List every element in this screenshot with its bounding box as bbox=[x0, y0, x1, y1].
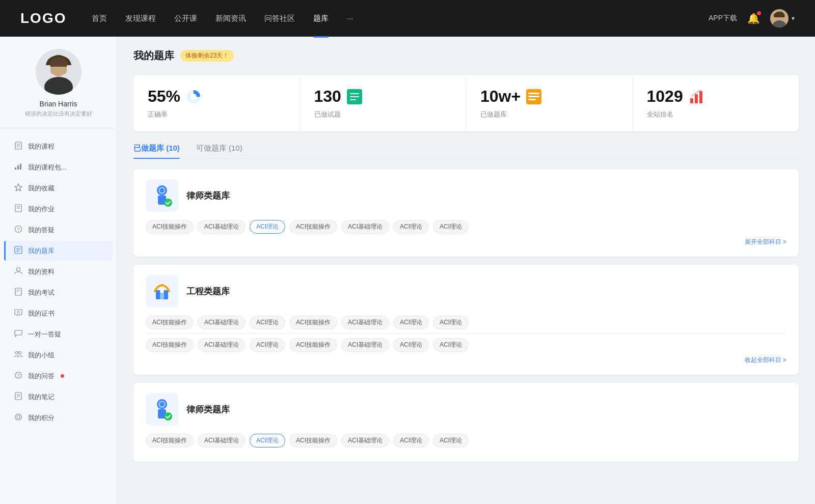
header-right: APP下载 🔔 ▾ bbox=[709, 9, 795, 27]
sidebar-item-label: 我的资料 bbox=[28, 267, 55, 276]
points-icon bbox=[14, 413, 23, 423]
tag[interactable]: ACI技能操作 bbox=[146, 220, 194, 234]
svg-rect-29 bbox=[15, 310, 22, 315]
user-avatar-wrap[interactable]: ▾ bbox=[770, 9, 795, 27]
nav-open-course[interactable]: 公开课 bbox=[174, 12, 197, 25]
nav-news[interactable]: 新闻资讯 bbox=[215, 12, 246, 25]
tag[interactable]: ACI理论 bbox=[393, 338, 429, 352]
sidebar-item-points[interactable]: 我的积分 bbox=[4, 408, 113, 428]
my-question-icon: ? bbox=[14, 371, 23, 381]
stat-label-questions: 已做试题 bbox=[314, 110, 452, 119]
tag[interactable]: ACI技能操作 bbox=[289, 316, 337, 329]
nav-home[interactable]: 首页 bbox=[92, 12, 107, 25]
tag[interactable]: ACI理论 bbox=[250, 316, 285, 329]
notification-bell[interactable]: 🔔 bbox=[747, 12, 760, 24]
sidebar-item-group[interactable]: 我的小组 bbox=[4, 345, 113, 365]
logo: LOGO bbox=[20, 10, 71, 26]
list-orange-icon bbox=[526, 89, 542, 105]
notes-icon bbox=[14, 392, 23, 402]
tags-row-2b: ACI技能操作 ACI基础理论 ACI理论 ACI技能操作 ACI基础理论 AC… bbox=[146, 338, 786, 352]
sidebar-item-favorites[interactable]: 我的收藏 bbox=[4, 178, 113, 198]
stat-value-banks: 10w+ bbox=[480, 87, 521, 106]
tag[interactable]: ACI基础理论 bbox=[198, 338, 246, 352]
tag[interactable]: ACI理论 bbox=[433, 434, 469, 447]
tag[interactable]: ACI基础理论 bbox=[198, 316, 246, 329]
tags-row-2a: ACI技能操作 ACI基础理论 ACI理论 ACI技能操作 ACI基础理论 AC… bbox=[146, 316, 786, 329]
sidebar-item-label: 我的笔记 bbox=[28, 393, 55, 402]
svg-rect-13 bbox=[17, 165, 19, 170]
card-header: 律师类题库 bbox=[146, 179, 786, 212]
nav-quiz[interactable]: 题库 bbox=[313, 12, 329, 25]
tab-available[interactable]: 可做题库 (10) bbox=[196, 144, 242, 158]
stat-banks-done: 10w+ 已做题库 bbox=[466, 75, 633, 131]
tab-done[interactable]: 已做题库 (10) bbox=[133, 144, 180, 158]
tag[interactable]: ACI技能操作 bbox=[289, 434, 337, 447]
sidebar: Brian Harris 错误的决定比没有决定要好 我的课程 我的课程包... bbox=[0, 37, 117, 504]
tag[interactable]: ACI理论 bbox=[433, 220, 469, 234]
sidebar-item-course-package[interactable]: 我的课程包... bbox=[4, 157, 113, 177]
tag[interactable]: ACI基础理论 bbox=[341, 316, 389, 329]
tag[interactable]: ACI技能操作 bbox=[146, 338, 194, 352]
sidebar-item-label: 我的课程包... bbox=[28, 163, 67, 172]
page-layout: Brian Harris 错误的决定比没有决定要好 我的课程 我的课程包... bbox=[0, 37, 815, 504]
app-download-button[interactable]: APP下载 bbox=[709, 14, 737, 23]
tag[interactable]: ACI理论 bbox=[393, 316, 429, 329]
course-icon bbox=[14, 142, 23, 151]
nav-discover[interactable]: 发现课程 bbox=[125, 12, 156, 25]
sidebar-item-homework[interactable]: 我的作业 bbox=[4, 199, 113, 219]
svg-rect-53 bbox=[690, 98, 693, 103]
collapse-toggle[interactable]: 收起全部科目 > bbox=[745, 356, 786, 365]
nav-more[interactable]: ··· bbox=[347, 12, 354, 25]
tag[interactable]: ACI基础理论 bbox=[341, 220, 389, 234]
profile-motto: 错误的决定比没有决定要好 bbox=[10, 110, 106, 118]
tags-row-1: ACI技能操作 ACI基础理论 ACI理论 ACI技能操作 ACI基础理论 AC… bbox=[146, 220, 786, 234]
tag[interactable]: ACI技能操作 bbox=[146, 434, 194, 447]
divider bbox=[146, 333, 786, 334]
profile-icon bbox=[14, 267, 23, 276]
tag[interactable]: ACI技能操作 bbox=[146, 316, 194, 329]
sidebar-item-1on1[interactable]: 一对一答疑 bbox=[4, 324, 113, 344]
sidebar-item-my-courses[interactable]: 我的课程 bbox=[4, 136, 113, 156]
sidebar-item-profile[interactable]: 我的资料 bbox=[4, 262, 113, 282]
header: LOGO 首页 发现课程 公开课 新闻资讯 问答社区 题库 ··· APP下载 … bbox=[0, 0, 815, 37]
tag[interactable]: ACI理论 bbox=[393, 434, 429, 447]
nav-qa[interactable]: 问答社区 bbox=[264, 12, 295, 25]
lawyer-icon-2 bbox=[146, 393, 178, 426]
stat-value-questions: 130 bbox=[314, 87, 341, 106]
sidebar-item-notes[interactable]: 我的笔记 bbox=[4, 387, 113, 407]
sidebar-item-my-qa[interactable]: ? 我的问答 bbox=[4, 366, 113, 386]
sidebar-item-label: 我的课程 bbox=[28, 142, 55, 151]
sidebar-item-label: 我的小组 bbox=[28, 351, 55, 360]
svg-text:?: ? bbox=[17, 373, 19, 378]
card-title: 律师类题库 bbox=[186, 404, 230, 415]
sidebar-item-exam[interactable]: 我的考试 bbox=[4, 283, 113, 302]
tag[interactable]: ACI基础理论 bbox=[341, 434, 389, 447]
tag[interactable]: ACI基础理论 bbox=[341, 338, 389, 352]
stat-label-accuracy: 正确率 bbox=[148, 110, 285, 119]
sidebar-item-label: 一对一答疑 bbox=[28, 330, 61, 339]
stat-questions-done: 130 已做试题 bbox=[300, 75, 467, 131]
tag[interactable]: ACI技能操作 bbox=[289, 220, 337, 234]
tag[interactable]: ACI基础理论 bbox=[198, 220, 246, 234]
expand-toggle[interactable]: 展开全部科目 > bbox=[745, 238, 786, 246]
tag-active[interactable]: ACI理论 bbox=[250, 220, 285, 234]
svg-rect-48 bbox=[350, 99, 356, 100]
sidebar-item-qa[interactable]: ? 我的答疑 bbox=[4, 220, 113, 240]
svg-point-30 bbox=[17, 311, 19, 313]
sidebar-item-quiz-bank[interactable]: 我的题库 bbox=[4, 241, 113, 261]
sidebar-item-label: 我的证书 bbox=[28, 309, 55, 318]
tag[interactable]: ACI理论 bbox=[433, 316, 469, 329]
svg-point-59 bbox=[160, 188, 164, 192]
tag[interactable]: ACI理论 bbox=[433, 338, 469, 352]
tag[interactable]: ACI理论 bbox=[250, 338, 285, 352]
svg-point-62 bbox=[160, 289, 164, 293]
sidebar-item-certificate[interactable]: 我的证书 bbox=[4, 303, 113, 323]
tag[interactable]: ACI技能操作 bbox=[289, 338, 337, 352]
sidebar-item-label: 我的考试 bbox=[28, 288, 55, 297]
tag[interactable]: ACI基础理论 bbox=[198, 434, 246, 447]
tag[interactable]: ACI理论 bbox=[393, 220, 429, 234]
bar-chart-icon bbox=[14, 162, 23, 172]
pie-chart-icon bbox=[185, 89, 202, 105]
profile-avatar bbox=[36, 49, 82, 95]
tag-active[interactable]: ACI理论 bbox=[250, 434, 285, 447]
